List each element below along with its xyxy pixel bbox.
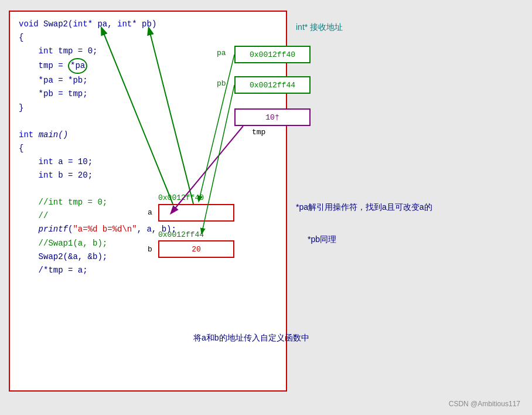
tmp-memory-box: 10†	[234, 108, 311, 126]
pb-value: 0x0012ff44	[250, 81, 295, 90]
deref-pa-annotation: *pa解引用操作符，找到a且可改变a的	[296, 202, 432, 213]
pb-memory-box: 0x0012ff44	[234, 76, 311, 94]
addr-b-label: 0x0012ff44	[158, 230, 204, 239]
code-line-11: int a = 10;	[19, 155, 277, 169]
pass-addr-annotation: 将a和b的地址传入自定义函数中	[193, 333, 309, 343]
code-line-19: /*tmp = a;	[19, 264, 277, 277]
pb-label: pb	[217, 79, 226, 88]
code-line-16: printf("a=%d b=%d\n", a, b);	[19, 223, 277, 236]
tmp-label: tmp	[252, 128, 265, 137]
b-memory-box: 20	[158, 240, 234, 258]
tmp-value: 10†	[265, 113, 279, 122]
a-label: a	[148, 208, 152, 217]
code-line-2: {	[19, 31, 277, 45]
pa-label: pa	[217, 49, 226, 57]
code-line-13	[19, 182, 277, 196]
addr-a-label: 0x0012ff40	[158, 193, 204, 202]
int-star-annotation: int* 接收地址	[296, 22, 343, 33]
code-line-9: int main()	[19, 128, 277, 142]
code-line-1: void Swap2(int* pa, int* pb)	[19, 18, 277, 31]
pa-memory-box: 0x0012ff40	[234, 46, 311, 63]
code-line-10: {	[19, 142, 277, 155]
deref-pb-annotation: *pb同理	[308, 234, 336, 245]
a-memory-box	[158, 204, 234, 222]
code-line-12: int b = 20;	[19, 169, 277, 182]
main-container: void Swap2(int* pa, int* pb) { int tmp =…	[0, 0, 532, 415]
b-value: 20	[192, 245, 201, 254]
watermark: CSDN @Ambitious117	[449, 400, 520, 408]
code-line-14: //int tmp = 0;	[19, 196, 277, 209]
b-label: b	[148, 245, 152, 254]
pa-value: 0x0012ff40	[250, 50, 295, 59]
